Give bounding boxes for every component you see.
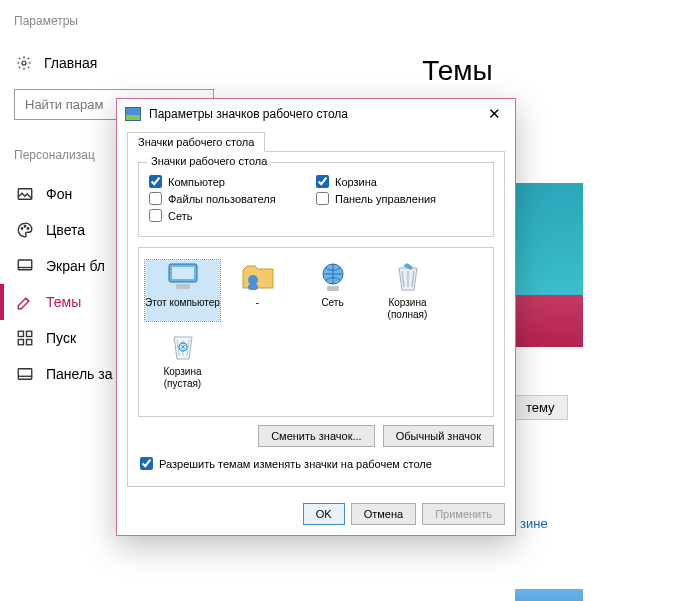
svg-rect-5 — [18, 260, 32, 270]
theme-thumbnail-2[interactable] — [515, 589, 583, 601]
svg-rect-8 — [18, 340, 23, 345]
check-label: Сеть — [168, 210, 192, 222]
computer-icon — [164, 260, 202, 294]
svg-rect-15 — [248, 284, 258, 290]
close-icon[interactable]: ✕ — [479, 105, 509, 123]
check-label: Панель управления — [335, 193, 436, 205]
check-label: Корзина — [335, 176, 377, 188]
check-control-panel[interactable]: Панель управления — [316, 192, 483, 205]
dialog-sysicon — [125, 107, 141, 121]
icon-user-files[interactable]: - — [220, 260, 295, 321]
desktop-icons-dialog: Параметры значков рабочего стола ✕ Значк… — [116, 98, 516, 536]
dialog-title: Параметры значков рабочего стола — [149, 107, 479, 121]
check-network[interactable]: Сеть — [149, 209, 316, 222]
allow-themes-check[interactable]: Разрешить темам изменять значки на рабоч… — [140, 457, 494, 470]
icon-grid: Этот компьютер - Сеть Корзина (полная) — [138, 247, 494, 417]
tab-desktop-icons[interactable]: Значки рабочего стола — [127, 132, 265, 152]
fieldset-legend: Значки рабочего стола — [147, 155, 271, 167]
palette-icon — [16, 221, 34, 239]
svg-rect-9 — [27, 340, 32, 345]
svg-rect-17 — [327, 286, 339, 291]
icon-network[interactable]: Сеть — [295, 260, 370, 321]
svg-point-14 — [248, 275, 258, 285]
gear-icon — [16, 55, 32, 71]
checkbox[interactable] — [149, 192, 162, 205]
icon-label: - — [256, 297, 259, 308]
default-icon-button[interactable]: Обычный значок — [383, 425, 494, 447]
grid-icon — [16, 329, 34, 347]
cancel-button[interactable]: Отмена — [351, 503, 416, 525]
svg-point-0 — [22, 61, 26, 65]
tab-panel: Значки рабочего стола Компьютер Файлы по… — [127, 151, 505, 487]
checkbox[interactable] — [149, 175, 162, 188]
svg-rect-10 — [18, 369, 32, 380]
theme-thumbnail[interactable] — [515, 183, 583, 347]
sidebar-home-label: Главная — [44, 55, 97, 71]
icon-this-pc[interactable]: Этот компьютер — [145, 260, 220, 321]
pencil-icon — [16, 293, 34, 311]
checkbox[interactable] — [140, 457, 153, 470]
nav-label: Пуск — [46, 330, 76, 346]
icon-label: Корзина (полная) — [388, 297, 428, 320]
icons-fieldset: Значки рабочего стола Компьютер Файлы по… — [138, 162, 494, 237]
page-title: Темы — [250, 55, 665, 87]
nav-label: Цвета — [46, 222, 85, 238]
check-user-files[interactable]: Файлы пользователя — [149, 192, 316, 205]
check-label: Файлы пользователя — [168, 193, 276, 205]
allow-themes-label: Разрешить темам изменять значки на рабоч… — [159, 458, 432, 470]
recycle-empty-icon — [164, 329, 202, 363]
dialog-titlebar: Параметры значков рабочего стола ✕ — [117, 99, 515, 129]
store-link[interactable]: зине — [520, 516, 548, 531]
nav-label: Экран бл — [46, 258, 105, 274]
sidebar-home[interactable]: Главная — [14, 45, 214, 89]
change-icon-button[interactable]: Сменить значок... — [258, 425, 375, 447]
svg-rect-13 — [176, 284, 190, 289]
taskbar-icon — [16, 365, 34, 383]
checkbox[interactable] — [149, 209, 162, 222]
nav-label: Фон — [46, 186, 72, 202]
svg-rect-6 — [18, 331, 23, 336]
checkbox[interactable] — [316, 175, 329, 188]
icon-label: Корзина (пустая) — [163, 366, 201, 389]
svg-rect-1 — [18, 189, 32, 200]
network-icon — [314, 260, 352, 294]
recycle-full-icon — [389, 260, 427, 294]
folder-user-icon — [239, 260, 277, 294]
icon-recycle-full[interactable]: Корзина (полная) — [370, 260, 445, 321]
icon-label: Сеть — [321, 297, 343, 308]
apply-theme-button[interactable]: тему — [513, 395, 568, 420]
svg-rect-7 — [27, 331, 32, 336]
nav-label: Панель за — [46, 366, 112, 382]
checkbox[interactable] — [316, 192, 329, 205]
monitor-icon — [16, 257, 34, 275]
picture-icon — [16, 185, 34, 203]
check-recycle[interactable]: Корзина — [316, 175, 483, 188]
ok-button[interactable]: OK — [303, 503, 345, 525]
check-computer[interactable]: Компьютер — [149, 175, 316, 188]
app-title: Параметры — [0, 0, 675, 28]
check-label: Компьютер — [168, 176, 225, 188]
svg-rect-12 — [172, 267, 194, 279]
apply-button[interactable]: Применить — [422, 503, 505, 525]
svg-point-2 — [21, 228, 23, 230]
svg-point-4 — [27, 228, 29, 230]
nav-label: Темы — [46, 294, 81, 310]
icon-recycle-empty[interactable]: Корзина (пустая) — [145, 329, 220, 390]
icon-label: Этот компьютер — [145, 297, 220, 308]
svg-point-3 — [24, 226, 26, 228]
